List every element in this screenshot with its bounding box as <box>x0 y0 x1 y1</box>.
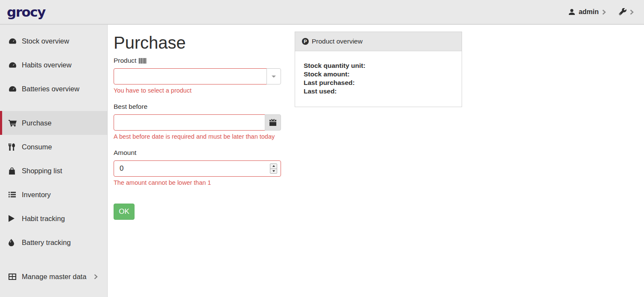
sidebar-item-shopping-list[interactable]: Shopping list <box>0 159 107 183</box>
caret-down-icon <box>272 76 276 78</box>
utensils-icon <box>9 143 18 151</box>
sidebar-spacer <box>0 254 107 265</box>
amount-input[interactable] <box>114 160 281 177</box>
product-overview-body: Stock quantity unit: Stock amount: Last … <box>295 51 462 107</box>
sidebar-nav: Stock overview Habits overview Batteries… <box>0 25 108 297</box>
product-overview-card: P Product overview Stock quantity unit: … <box>295 32 462 107</box>
sidebar-item-inventory[interactable]: Inventory <box>0 183 107 207</box>
gauge-icon <box>9 38 18 44</box>
sidebar-spacer <box>0 101 107 111</box>
chevron-right-icon <box>94 274 98 280</box>
user-name: admin <box>579 8 599 16</box>
cart-icon <box>9 119 18 127</box>
triangle-down-icon <box>272 170 275 172</box>
sidebar-item-consume[interactable]: Consume <box>0 135 107 159</box>
product-label: Product <box>114 57 281 64</box>
product-circle-icon: P <box>302 38 309 45</box>
stepper-down-button[interactable] <box>270 169 277 174</box>
stock-quantity-unit-row: Stock quantity unit: <box>304 61 455 70</box>
product-overview-title: Product overview <box>312 38 363 45</box>
sidebar-item-label: Batteries overview <box>22 85 79 93</box>
sidebar-item-label: Shopping list <box>22 167 62 175</box>
navbar-right: admin <box>568 8 634 16</box>
sidebar-item-battery-tracking[interactable]: Battery tracking <box>0 230 107 254</box>
user-icon <box>568 9 575 15</box>
best-before-error: A best before date is required and must … <box>114 133 281 140</box>
sidebar-item-label: Habits overview <box>22 61 71 69</box>
best-before-input[interactable] <box>114 114 265 131</box>
stock-amount-row: Stock amount: <box>304 70 455 79</box>
wrench-icon <box>619 8 626 16</box>
amount-stepper[interactable] <box>270 163 277 174</box>
last-used-row: Last used: <box>304 87 455 96</box>
sidebar-item-label: Consume <box>22 143 52 151</box>
product-field-group: Product You have to select a product <box>114 57 281 94</box>
shopping-bag-icon <box>9 167 18 175</box>
chevron-right-icon <box>630 9 634 15</box>
table-icon <box>9 274 18 280</box>
last-purchased-row: Last purchased: <box>304 79 455 87</box>
sidebar-item-label: Battery tracking <box>22 239 71 247</box>
product-input[interactable] <box>114 68 267 84</box>
ok-button[interactable]: OK <box>114 204 135 220</box>
settings-menu[interactable] <box>619 8 634 16</box>
product-overview-header: P Product overview <box>295 32 462 51</box>
amount-error: The amount cannot be lower than 1 <box>114 179 281 186</box>
play-icon <box>9 215 18 222</box>
gauge-icon <box>9 85 18 92</box>
amount-label: Amount <box>114 149 281 157</box>
barcode-icon <box>139 58 147 64</box>
best-before-label: Best before <box>114 103 281 111</box>
sidebar-item-label: Purchase <box>22 119 52 127</box>
calendar-icon <box>269 119 276 126</box>
sidebar-item-habit-tracking[interactable]: Habit tracking <box>0 207 107 230</box>
list-icon <box>9 192 18 198</box>
sidebar-item-label: Habit tracking <box>22 215 65 223</box>
sidebar-item-habits-overview[interactable]: Habits overview <box>0 53 107 77</box>
sidebar-item-label: Stock overview <box>22 37 69 45</box>
sidebar-item-stock-overview[interactable]: Stock overview <box>0 29 107 53</box>
sidebar-item-label: Inventory <box>22 191 51 199</box>
purchase-form: Product You have to select a product Bes… <box>114 57 281 220</box>
gauge-icon <box>9 61 18 68</box>
calendar-button[interactable] <box>265 114 281 131</box>
sidebar-item-batteries-overview[interactable]: Batteries overview <box>0 77 107 101</box>
chevron-right-icon <box>602 9 606 15</box>
product-dropdown-button[interactable] <box>266 68 281 84</box>
user-menu[interactable]: admin <box>568 8 606 16</box>
droplet-icon <box>9 239 18 246</box>
amount-field-group: Amount The amount cannot be lower than 1 <box>114 149 281 186</box>
sidebar-item-purchase[interactable]: Purchase <box>0 111 107 135</box>
product-error: You have to select a product <box>114 87 281 94</box>
best-before-field-group: Best before A best before date is requir… <box>114 103 281 140</box>
triangle-up-icon <box>272 165 275 167</box>
stepper-up-button[interactable] <box>270 164 277 169</box>
sidebar-item-label: Manage master data <box>22 273 86 281</box>
app-logo[interactable]: grocy <box>7 4 45 20</box>
sidebar-item-manage-master-data[interactable]: Manage master data <box>0 265 107 288</box>
top-navbar: grocy admin <box>0 0 644 25</box>
